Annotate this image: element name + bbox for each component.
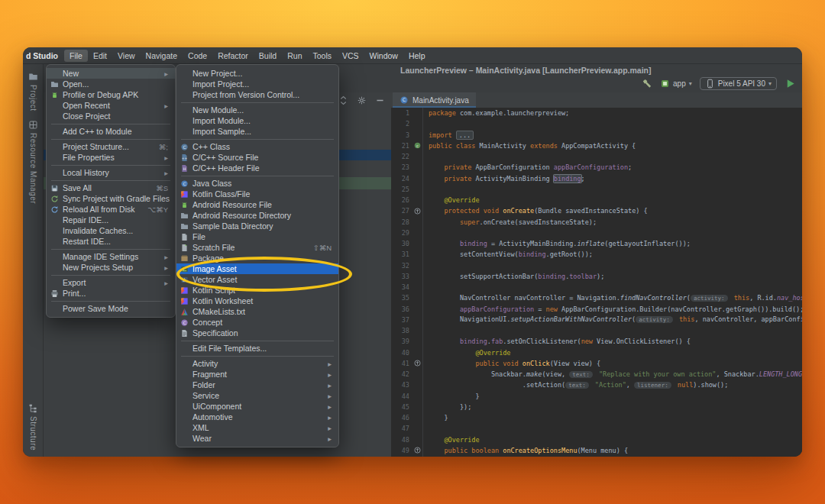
file-menu-item-new-projects-setup[interactable]: New Projects Setup▸ [47, 262, 175, 273]
file-menu-item-restart-ide[interactable]: Restart IDE... [47, 236, 175, 247]
build-hammer-icon[interactable] [641, 78, 652, 89]
file-menu-item-open-recent[interactable]: Open Recent▸ [47, 100, 175, 111]
new-submenu-item-edit-file-templates[interactable]: Edit File Templates... [176, 343, 338, 354]
new-submenu-item-sample-data-directory[interactable]: Sample Data Directory [176, 221, 338, 231]
new-submenu-item-android-resource-directory[interactable]: Android Resource Directory [176, 210, 338, 221]
menubar-item-view[interactable]: View [112, 50, 141, 62]
menubar-item-window[interactable]: Window [364, 50, 403, 62]
menubar-item-file[interactable]: File [64, 50, 88, 62]
code-line-40[interactable]: 40 @Override [391, 347, 802, 358]
tool-window-button-resource-manager[interactable]: Resource Manager [28, 119, 38, 204]
file-menu-item-profile-or-debug-apk[interactable]: Profile or Debug APK [47, 89, 175, 100]
new-submenu-item-import-module[interactable]: Import Module... [176, 115, 338, 126]
code-line-23[interactable]: 23 private AppBarConfiguration appBarCon… [391, 162, 802, 173]
code-line-45[interactable]: 45 }); [391, 402, 802, 412]
code-line-3[interactable]: 3import ... [391, 130, 802, 141]
file-menu-item-add-c-to-module[interactable]: Add C++ to Module [47, 126, 175, 137]
new-submenu-item-kotlin-class-file[interactable]: Kotlin Class/File [176, 189, 338, 199]
new-submenu-item-kotlin-script[interactable]: Kotlin Script [176, 285, 338, 296]
file-menu-item-power-save-mode[interactable]: Power Save Mode [47, 303, 175, 314]
menubar-item-code[interactable]: Code [183, 50, 212, 62]
code-line-27[interactable]: 27 protected void onCreate(Bundle savedI… [391, 205, 802, 216]
new-submenu-item-new-module[interactable]: New Module... [176, 105, 338, 115]
file-menu-item-export[interactable]: Export▸ [47, 277, 175, 288]
new-submenu-item-activity[interactable]: Activity▸ [176, 358, 338, 369]
new-submenu-item-image-asset[interactable]: Image Asset [176, 263, 338, 274]
file-menu-item-invalidate-caches[interactable]: Invalidate Caches... [47, 225, 175, 236]
code-line-38[interactable]: 38 [391, 325, 802, 336]
code-line-36[interactable]: 36 appBarConfiguration = new AppBarConfi… [391, 304, 802, 315]
code-line-33[interactable]: 33 setSupportActionBar(binding.toolbar); [391, 271, 802, 282]
gear-icon[interactable] [357, 95, 367, 105]
code-line-29[interactable]: 29 [391, 228, 802, 238]
collapse-icon[interactable] [338, 95, 348, 105]
file-menu-item-open[interactable]: Open... [47, 79, 175, 89]
new-submenu-item-new-project[interactable]: New Project... [176, 68, 338, 79]
file-menu-item-sync-project-with-gradle-files[interactable]: Sync Project with Gradle Files [47, 193, 175, 204]
code-line-35[interactable]: 35 NavController navController = Navigat… [391, 292, 802, 303]
code-line-22[interactable]: 22 [391, 151, 802, 162]
code-line-47[interactable]: 47 [391, 423, 802, 434]
menubar-item-help[interactable]: Help [403, 50, 431, 62]
file-menu-item-project-structure[interactable]: Project Structure...⌘; [47, 141, 175, 152]
new-submenu-item-uicomponent[interactable]: UiComponent▸ [176, 401, 338, 412]
new-submenu-item-project-from-version-control[interactable]: Project from Version Control... [176, 89, 338, 100]
new-submenu-item-c-c-source-file[interactable]: ++C/C++ Source File [176, 152, 338, 163]
file-menu-item-file-properties[interactable]: File Properties▸ [47, 152, 175, 163]
new-submenu-item-xml[interactable]: XML▸ [176, 422, 338, 433]
new-submenu-item-automotive[interactable]: Automotive▸ [176, 412, 338, 422]
new-submenu-item-cmakelists-txt[interactable]: CMakeLists.txt [176, 306, 338, 317]
new-submenu-item-import-sample[interactable]: Import Sample... [176, 126, 338, 137]
file-menu-item-print[interactable]: Print... [47, 288, 175, 299]
code-line-25[interactable]: 25 [391, 184, 802, 195]
code-line-42[interactable]: 42 Snackbar.make(view, text: "Replace wi… [391, 369, 802, 380]
run-configuration-selector[interactable]: app ▾ [660, 79, 692, 89]
minus-icon[interactable] [375, 95, 385, 105]
code-line-28[interactable]: 28 super.onCreate(savedInstanceState); [391, 217, 802, 228]
new-submenu-item-package[interactable]: Package [176, 253, 338, 263]
menubar-item-vcs[interactable]: VCS [337, 50, 364, 62]
code-line-43[interactable]: 43 .setAction(text: "Action", listener: … [391, 380, 802, 390]
menubar-item-navigate[interactable]: Navigate [141, 50, 183, 62]
code-line-48[interactable]: 48 @Override [391, 435, 802, 445]
file-menu-item-repair-ide[interactable]: Repair IDE... [47, 215, 175, 225]
new-submenu-item-kotlin-worksheet[interactable]: Kotlin Worksheet [176, 296, 338, 306]
new-submenu-item-service[interactable]: Service▸ [176, 390, 338, 401]
new-submenu-item-import-project[interactable]: Import Project... [176, 79, 338, 89]
code-line-2[interactable]: 2 [391, 118, 802, 129]
file-menu-item-manage-ide-settings[interactable]: Manage IDE Settings▸ [47, 251, 175, 262]
new-submenu-item-specification[interactable]: Specification [176, 328, 338, 338]
new-submenu-item-vector-asset[interactable]: Vector Asset [176, 274, 338, 285]
new-submenu-item-c-class[interactable]: CC++ Class [176, 141, 338, 152]
new-submenu-item-android-resource-file[interactable]: Android Resource File [176, 199, 338, 210]
code-line-37[interactable]: 37 NavigationUI.setupActionBarWithNavCon… [391, 315, 802, 325]
code-line-24[interactable]: 24 private ActivityMainBinding binding; [391, 173, 802, 184]
code-editor[interactable]: 1package com.example.launcherpreview;23i… [391, 108, 802, 457]
code-line-31[interactable]: 31 setContentView(binding.getRoot()); [391, 249, 802, 260]
menubar-item-build[interactable]: Build [254, 50, 282, 62]
menubar-item-refactor[interactable]: Refactor [212, 50, 254, 62]
device-selector[interactable]: Pixel 5 API 30 ▾ [700, 77, 777, 90]
new-submenu-item-c-c-header-file[interactable]: HC/C++ Header File [176, 163, 338, 173]
tool-window-button-project[interactable]: Project [28, 71, 38, 111]
code-line-49[interactable]: 49 public boolean onCreateOptionsMenu(Me… [391, 445, 802, 456]
new-submenu-item-fragment[interactable]: Fragment▸ [176, 369, 338, 380]
code-line-44[interactable]: 44 } [391, 391, 802, 402]
menubar-item-tools[interactable]: Tools [307, 50, 337, 62]
file-menu-item-close-project[interactable]: Close Project [47, 111, 175, 121]
tool-window-button-structure[interactable]: Structure [28, 402, 38, 451]
run-button[interactable] [785, 78, 796, 89]
menubar-item-edit[interactable]: Edit [88, 50, 112, 62]
code-line-39[interactable]: 39 binding.fab.setOnClickListener(new Vi… [391, 336, 802, 347]
code-line-32[interactable]: 32 [391, 260, 802, 271]
code-line-41[interactable]: 41 public void onClick(View view) { [391, 358, 802, 369]
code-line-21[interactable]: 21cpublic class MainActivity extends App… [391, 141, 802, 151]
new-submenu-item-folder[interactable]: Folder▸ [176, 380, 338, 390]
code-line-26[interactable]: 26 @Override [391, 195, 802, 205]
code-line-34[interactable]: 34 [391, 282, 802, 292]
new-submenu-item-wear[interactable]: Wear▸ [176, 433, 338, 444]
new-submenu-item-java-class[interactable]: CJava Class [176, 178, 338, 189]
tab-mainactivity-java[interactable]: C MainActivity.java [393, 92, 476, 108]
new-submenu-item-file[interactable]: File [176, 231, 338, 242]
file-menu-item-reload-all-from-disk[interactable]: Reload All from Disk⌥⌘Y [47, 204, 175, 215]
